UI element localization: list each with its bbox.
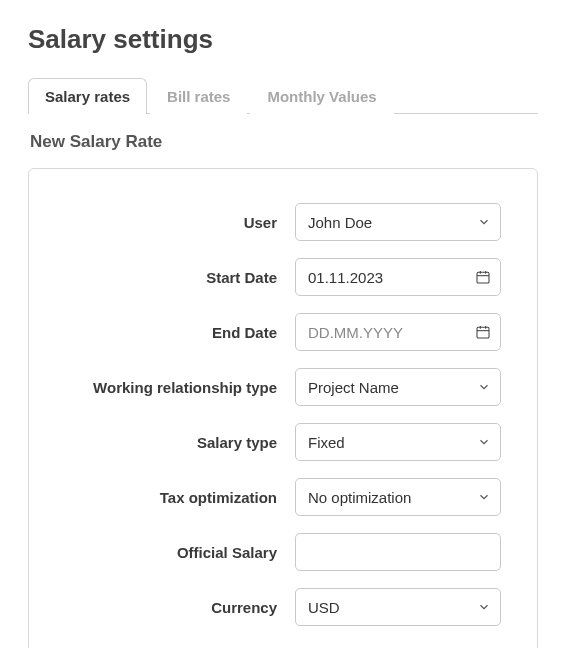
tax-opt-value: No optimization [308,489,411,506]
tax-opt-select[interactable]: No optimization [295,478,501,516]
start-date-value: 01.11.2023 [308,269,383,286]
end-date-field[interactable] [308,314,464,350]
currency-label: Currency [65,599,295,616]
user-select-value: John Doe [308,214,372,231]
relationship-value: Project Name [308,379,399,396]
end-date-input[interactable] [295,313,501,351]
currency-select[interactable]: USD [295,588,501,626]
relationship-select[interactable]: Project Name [295,368,501,406]
section-title: New Salary Rate [30,132,538,152]
tab-bill-rates[interactable]: Bill rates [150,78,247,114]
tab-salary-rates[interactable]: Salary rates [28,78,147,114]
end-date-label: End Date [65,324,295,341]
relationship-label: Working relationship type [65,379,295,396]
currency-value: USD [308,599,340,616]
salary-type-label: Salary type [65,434,295,451]
salary-type-value: Fixed [308,434,345,451]
user-select[interactable]: John Doe [295,203,501,241]
official-salary-label: Official Salary [65,544,295,561]
tabs: Salary rates Bill rates Monthly Values [28,77,538,114]
start-date-input[interactable]: 01.11.2023 [295,258,501,296]
tab-monthly-values[interactable]: Monthly Values [250,78,393,114]
user-label: User [65,214,295,231]
start-date-label: Start Date [65,269,295,286]
page-title: Salary settings [28,24,538,55]
form-panel: User John Doe Start Date 01.11.2023 End … [28,168,538,648]
salary-type-select[interactable]: Fixed [295,423,501,461]
tax-opt-label: Tax optimization [65,489,295,506]
official-salary-input[interactable] [295,533,501,571]
official-salary-field[interactable] [308,534,464,570]
